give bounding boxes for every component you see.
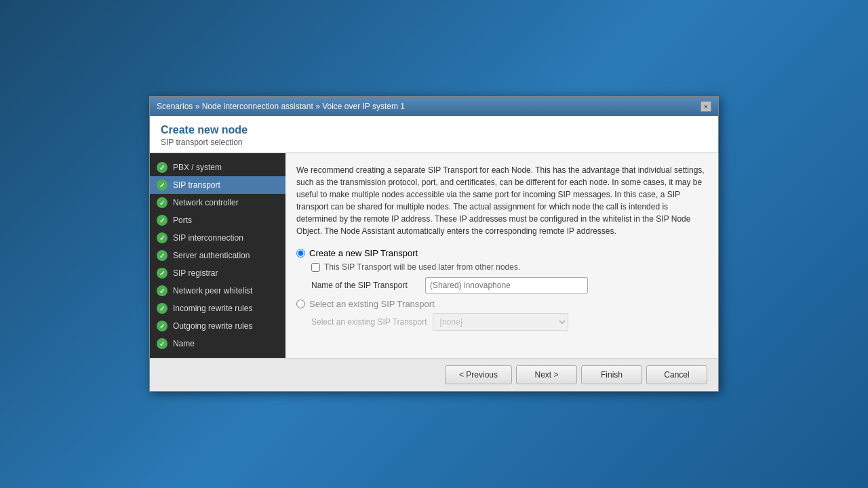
check-icon-sip-interconnection (157, 232, 167, 243)
close-button[interactable]: × (701, 101, 711, 112)
title-bar: Scenarios » Node interconnection assista… (150, 97, 718, 116)
form-section: Create a new SIP Transport This SIP Tran… (296, 248, 707, 331)
checkbox-shared-label[interactable]: This SIP Transport will be used later fr… (324, 262, 520, 272)
previous-button[interactable]: < Previous (445, 365, 512, 384)
radio-create-new-input[interactable] (296, 249, 305, 258)
sidebar: PBX / systemSIP transportNetwork control… (150, 153, 285, 358)
check-icon-sip-registrar (157, 268, 167, 279)
sidebar-item-sip-registrar[interactable]: SIP registrar (150, 264, 285, 282)
sidebar-item-label-name: Name (173, 339, 195, 348)
checkbox-shared-input[interactable] (311, 263, 320, 272)
finish-button[interactable]: Finish (581, 365, 642, 384)
sidebar-item-outgoing-rewrite-rules[interactable]: Outgoing rewrite rules (150, 317, 285, 335)
check-icon-ports (157, 215, 167, 226)
check-icon-pbx-system (157, 162, 167, 173)
existing-transport-select[interactable]: [none] (433, 313, 568, 331)
existing-transport-row: Select an existing SIP Transport [none] (311, 313, 707, 331)
radio-select-existing-label[interactable]: Select an existing SIP Transport (309, 299, 435, 309)
sidebar-item-label-network-peer-whitelist: Network peer whitelist (173, 286, 252, 296)
name-field-input[interactable] (425, 277, 588, 293)
check-icon-network-peer-whitelist (157, 285, 167, 296)
check-icon-sip-transport (157, 180, 167, 190)
radio-select-existing-input[interactable] (296, 300, 305, 308)
page-title: Create new node (161, 124, 707, 136)
sidebar-item-label-network-controller: Network controller (173, 198, 239, 207)
check-icon-name (157, 338, 167, 349)
check-icon-network-controller (157, 197, 167, 208)
sidebar-item-network-controller[interactable]: Network controller (150, 194, 285, 211)
sidebar-item-label-sip-interconnection: SIP interconnection (173, 233, 243, 243)
sidebar-item-label-ports: Ports (173, 216, 192, 225)
name-field-row: Name of the SIP Transport (311, 277, 707, 293)
breadcrumb: Scenarios » Node interconnection assista… (157, 102, 405, 111)
sidebar-item-sip-transport[interactable]: SIP transport (150, 176, 285, 194)
existing-transport-label: Select an existing SIP Transport (311, 317, 427, 327)
sidebar-item-incoming-rewrite-rules[interactable]: Incoming rewrite rules (150, 300, 285, 317)
dialog-header: Create new node SIP transport selection (150, 116, 718, 153)
sidebar-item-name[interactable]: Name (150, 335, 285, 352)
sidebar-item-label-incoming-rewrite-rules: Incoming rewrite rules (173, 304, 252, 313)
dialog-body: PBX / systemSIP transportNetwork control… (150, 153, 718, 358)
info-text: We recommend creating a separate SIP Tra… (296, 164, 707, 237)
sidebar-item-label-sip-registrar: SIP registrar (173, 268, 218, 278)
check-icon-outgoing-rewrite-rules (157, 321, 167, 331)
sidebar-item-label-server-authentication: Server authentication (173, 251, 250, 260)
check-icon-server-authentication (157, 250, 167, 261)
checkbox-shared: This SIP Transport will be used later fr… (311, 262, 707, 272)
dialog-footer: < Previous Next > Finish Cancel (150, 358, 718, 391)
page-subtitle: SIP transport selection (161, 138, 707, 147)
sidebar-item-sip-interconnection[interactable]: SIP interconnection (150, 229, 285, 247)
sidebar-item-ports[interactable]: Ports (150, 211, 285, 229)
name-field-label: Name of the SIP Transport (311, 281, 420, 290)
sidebar-item-pbx-system[interactable]: PBX / system (150, 159, 285, 176)
dialog-window: Scenarios » Node interconnection assista… (149, 96, 719, 392)
sidebar-item-label-sip-transport: SIP transport (173, 180, 220, 190)
sidebar-item-label-pbx-system: PBX / system (173, 163, 222, 172)
sidebar-item-label-outgoing-rewrite-rules: Outgoing rewrite rules (173, 321, 252, 331)
radio-create-new: Create a new SIP Transport (296, 248, 707, 258)
radio-create-new-label[interactable]: Create a new SIP Transport (309, 248, 418, 258)
content-area: We recommend creating a separate SIP Tra… (285, 153, 718, 358)
check-icon-incoming-rewrite-rules (157, 303, 167, 314)
radio-select-existing: Select an existing SIP Transport (296, 299, 707, 309)
next-button[interactable]: Next > (516, 365, 577, 384)
sidebar-item-server-authentication[interactable]: Server authentication (150, 247, 285, 264)
sidebar-item-network-peer-whitelist[interactable]: Network peer whitelist (150, 282, 285, 300)
cancel-button[interactable]: Cancel (646, 365, 707, 384)
